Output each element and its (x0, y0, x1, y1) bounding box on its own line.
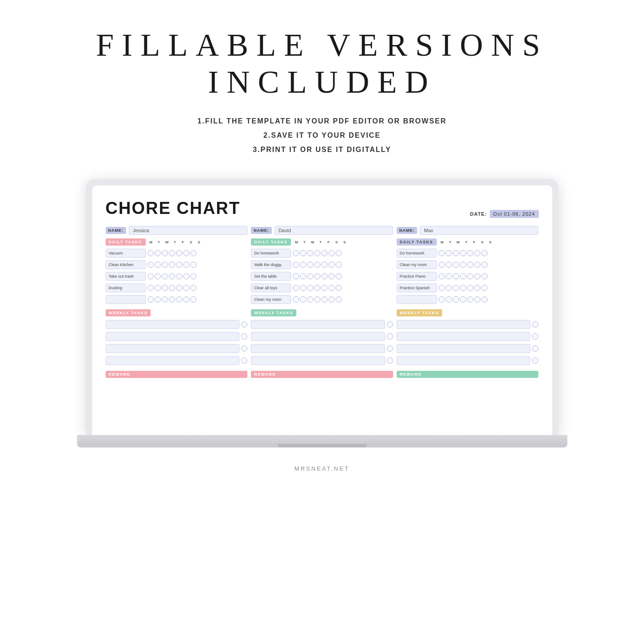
checkbox[interactable] (474, 262, 480, 268)
weekly-checkbox[interactable] (241, 321, 247, 328)
checkbox[interactable] (148, 296, 154, 303)
checkbox[interactable] (481, 250, 488, 256)
checkbox[interactable] (148, 262, 154, 268)
checkbox[interactable] (453, 285, 459, 291)
checkbox[interactable] (439, 296, 445, 303)
checkbox[interactable] (314, 296, 320, 303)
checkbox[interactable] (307, 250, 313, 256)
checkbox[interactable] (176, 296, 182, 303)
checkbox[interactable] (300, 285, 306, 291)
weekly-task-box[interactable] (251, 356, 385, 365)
checkbox[interactable] (314, 262, 320, 268)
weekly-task-box[interactable] (251, 332, 385, 341)
weekly-checkbox[interactable] (387, 357, 393, 364)
checkbox[interactable] (314, 250, 320, 256)
weekly-task-box[interactable] (251, 320, 385, 329)
checkbox[interactable] (183, 273, 189, 279)
checkbox[interactable] (446, 262, 452, 268)
checkbox[interactable] (474, 273, 480, 279)
checkbox[interactable] (162, 262, 168, 268)
checkbox[interactable] (336, 262, 342, 268)
checkbox[interactable] (481, 273, 488, 279)
checkbox[interactable] (176, 250, 182, 256)
checkbox[interactable] (300, 273, 306, 279)
checkbox[interactable] (169, 296, 175, 303)
checkbox[interactable] (169, 285, 175, 291)
weekly-task-box[interactable] (106, 356, 240, 365)
weekly-checkbox[interactable] (387, 321, 393, 328)
checkbox[interactable] (439, 273, 445, 279)
checkbox[interactable] (460, 262, 466, 268)
checkbox[interactable] (336, 273, 342, 279)
checkbox[interactable] (169, 250, 175, 256)
checkbox[interactable] (321, 262, 328, 268)
checkbox[interactable] (467, 273, 473, 279)
checkbox[interactable] (307, 273, 313, 279)
checkbox[interactable] (453, 262, 459, 268)
weekly-task-box[interactable] (397, 332, 531, 341)
checkbox[interactable] (453, 250, 459, 256)
checkbox[interactable] (460, 273, 466, 279)
task-name-empty[interactable] (397, 295, 437, 304)
checkbox[interactable] (293, 262, 299, 268)
checkbox[interactable] (439, 262, 445, 268)
checkbox[interactable] (293, 273, 299, 279)
checkbox[interactable] (439, 250, 445, 256)
checkbox[interactable] (439, 285, 445, 291)
weekly-checkbox[interactable] (532, 321, 538, 328)
checkbox[interactable] (467, 262, 473, 268)
checkbox[interactable] (190, 250, 197, 256)
checkbox[interactable] (183, 285, 189, 291)
checkbox[interactable] (190, 296, 197, 303)
checkbox[interactable] (328, 262, 335, 268)
checkbox[interactable] (467, 296, 473, 303)
checkbox[interactable] (474, 296, 480, 303)
checkbox[interactable] (446, 296, 452, 303)
checkbox[interactable] (336, 250, 342, 256)
checkbox[interactable] (155, 250, 161, 256)
checkbox[interactable] (162, 250, 168, 256)
checkbox[interactable] (481, 296, 488, 303)
checkbox[interactable] (453, 273, 459, 279)
checkbox[interactable] (169, 262, 175, 268)
checkbox[interactable] (293, 250, 299, 256)
checkbox[interactable] (328, 296, 335, 303)
checkbox[interactable] (183, 262, 189, 268)
checkbox[interactable] (155, 262, 161, 268)
checkbox[interactable] (162, 285, 168, 291)
checkbox[interactable] (183, 250, 189, 256)
checkbox[interactable] (446, 273, 452, 279)
weekly-checkbox[interactable] (532, 357, 538, 364)
checkbox[interactable] (446, 285, 452, 291)
checkbox[interactable] (162, 296, 168, 303)
checkbox[interactable] (293, 296, 299, 303)
checkbox[interactable] (328, 285, 335, 291)
checkbox[interactable] (169, 273, 175, 279)
checkbox[interactable] (307, 296, 313, 303)
checkbox[interactable] (190, 262, 197, 268)
checkbox[interactable] (481, 262, 488, 268)
checkbox[interactable] (328, 273, 335, 279)
checkbox[interactable] (481, 285, 488, 291)
checkbox[interactable] (183, 296, 189, 303)
checkbox[interactable] (293, 285, 299, 291)
checkbox[interactable] (148, 273, 154, 279)
checkbox[interactable] (474, 250, 480, 256)
checkbox[interactable] (467, 285, 473, 291)
weekly-task-box[interactable] (106, 344, 240, 353)
weekly-checkbox[interactable] (241, 357, 247, 364)
checkbox[interactable] (474, 285, 480, 291)
checkbox[interactable] (300, 296, 306, 303)
weekly-checkbox[interactable] (241, 345, 247, 352)
weekly-checkbox[interactable] (532, 345, 538, 352)
checkbox[interactable] (307, 262, 313, 268)
weekly-task-box[interactable] (251, 344, 385, 353)
checkbox[interactable] (300, 262, 306, 268)
weekly-task-box[interactable] (106, 320, 240, 329)
weekly-task-box[interactable] (397, 320, 531, 329)
weekly-task-box[interactable] (397, 344, 531, 353)
checkbox[interactable] (162, 273, 168, 279)
checkbox[interactable] (467, 250, 473, 256)
checkbox[interactable] (148, 285, 154, 291)
checkbox[interactable] (155, 273, 161, 279)
